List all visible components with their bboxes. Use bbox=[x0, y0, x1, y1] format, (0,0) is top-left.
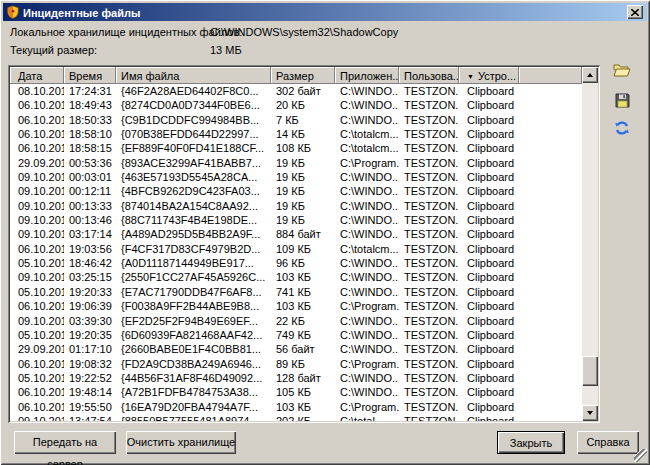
close-button[interactable] bbox=[627, 5, 643, 19]
cell-app: C:\WINDO... bbox=[335, 285, 399, 299]
cell-name: {893ACE3299AF41BABB7... bbox=[116, 156, 271, 170]
column-header-app[interactable]: Приложен... bbox=[335, 67, 399, 84]
cell-name: {EF889F40F0FD41E188CF... bbox=[116, 141, 271, 155]
cell-size: 128 байт bbox=[271, 371, 335, 385]
refresh-button[interactable] bbox=[612, 118, 632, 138]
cell-user: TESTZON... bbox=[399, 371, 459, 385]
column-header-date[interactable]: Дата bbox=[10, 67, 64, 84]
cell-time: 00:53:36 bbox=[64, 156, 116, 170]
table-row[interactable]: 29.09.201700:53:36{893ACE3299AF41BABB7..… bbox=[10, 156, 582, 170]
vertical-scrollbar[interactable] bbox=[582, 67, 598, 421]
table-row[interactable]: 06.10.201719:06:39{F0038A9FF2B44ABE9B8..… bbox=[10, 299, 582, 313]
table-row[interactable]: 06.10.201719:08:32{FD2A9CD38BA249A6946..… bbox=[10, 357, 582, 371]
cell-filler bbox=[519, 184, 582, 198]
column-header-size[interactable]: Размер bbox=[271, 67, 335, 84]
cell-name: {4BFCB9262D9C423FA03... bbox=[116, 184, 271, 198]
cell-time: 00:13:33 bbox=[64, 199, 116, 213]
open-folder-button[interactable] bbox=[612, 60, 632, 80]
table-row[interactable]: 06.10.201719:48:14{A72B1FDFB4784753A38..… bbox=[10, 385, 582, 399]
table-row[interactable]: 09.10.201700:13:46{88C711743F4B4E198DE..… bbox=[10, 213, 582, 227]
cell-app: C:\WINDO... bbox=[335, 227, 399, 241]
table-row[interactable]: 06.10.201719:55:50{16EA79D20FBA4794A7F..… bbox=[10, 400, 582, 414]
cell-name: {46F2A28AED64402F8C0... bbox=[116, 84, 271, 98]
transfer-to-server-button[interactable]: Передать на сервер bbox=[14, 431, 116, 454]
table-row[interactable]: 09.10.201713:47:54{88550B577555481A8974.… bbox=[10, 414, 582, 421]
column-header-user[interactable]: Пользова... bbox=[399, 67, 459, 84]
cell-user: TESTZON... bbox=[399, 156, 459, 170]
table-row[interactable]: 09.10.201703:39:30{EF2D25F2F94B49E69EF..… bbox=[10, 314, 582, 328]
cell-time: 18:50:33 bbox=[64, 113, 116, 127]
cell-date: 06.10.2017 bbox=[10, 357, 64, 371]
cell-size: 14 КБ bbox=[271, 127, 335, 141]
cell-time: 19:20:35 bbox=[64, 328, 116, 342]
open-folder-icon bbox=[613, 63, 631, 78]
cell-device: Clipboard bbox=[459, 400, 519, 414]
cell-filler bbox=[519, 357, 582, 371]
scroll-up-button[interactable] bbox=[582, 67, 598, 83]
clear-storage-button[interactable]: Очистить хранилище bbox=[126, 431, 236, 454]
table-row[interactable]: 06.10.201718:50:33{C9B1DCDDFC994984BB...… bbox=[10, 113, 582, 127]
scrollbar-thumb[interactable] bbox=[582, 356, 598, 386]
cell-app: C:\WINDO... bbox=[335, 342, 399, 356]
window-title: Инцидентные файлы bbox=[23, 6, 627, 19]
help-button[interactable]: Справка bbox=[577, 431, 639, 454]
cell-time: 00:12:11 bbox=[64, 184, 116, 198]
cell-app: C:\Program... bbox=[335, 156, 399, 170]
incident-files-table: ДатаВремяИмя файлаРазмерПриложен...Польз… bbox=[8, 65, 600, 423]
cell-filler bbox=[519, 414, 582, 421]
table-row[interactable]: 06.10.201718:58:10{070B38EFDD644D22997..… bbox=[10, 127, 582, 141]
cell-size: 105 КБ bbox=[271, 385, 335, 399]
cell-user: TESTZON... bbox=[399, 256, 459, 270]
table-row[interactable]: 06.10.201718:58:15{EF889F40F0FD41E188CF.… bbox=[10, 141, 582, 155]
cell-name: {16EA79D20FBA4794A7F... bbox=[116, 400, 271, 414]
cell-size: 749 КБ bbox=[271, 328, 335, 342]
save-button[interactable] bbox=[612, 90, 632, 110]
cell-app: C:\WINDO... bbox=[335, 385, 399, 399]
column-header-time[interactable]: Время bbox=[64, 67, 116, 84]
cell-time: 00:13:46 bbox=[64, 213, 116, 227]
table-row[interactable]: 09.10.201700:12:11{4BFCB9262D9C423FA03..… bbox=[10, 184, 582, 198]
column-header-filler[interactable] bbox=[519, 67, 582, 84]
table-row[interactable]: 09.10.201700:13:33{874014BA2A154C8AA92..… bbox=[10, 199, 582, 213]
table-row[interactable]: 05.10.201719:20:33{E7AC71790DDB47F6AF8..… bbox=[10, 285, 582, 299]
resize-grip[interactable] bbox=[634, 449, 647, 462]
cell-device: Clipboard bbox=[459, 270, 519, 284]
table-row[interactable]: 06.10.201719:03:56{F4CF317D83CF4979B2D..… bbox=[10, 242, 582, 256]
table-row[interactable]: 29.09.201701:17:10{2660BABE0E1F4C0BB81..… bbox=[10, 342, 582, 356]
shield-icon bbox=[6, 5, 20, 19]
cell-date: 09.10.2017 bbox=[10, 314, 64, 328]
column-header-label: Устро... bbox=[478, 70, 516, 82]
table-row[interactable]: 05.10.201719:20:35{6D60939FA821468AAF42.… bbox=[10, 328, 582, 342]
cell-date: 06.10.2017 bbox=[10, 385, 64, 399]
title-bar[interactable]: Инцидентные файлы bbox=[3, 3, 647, 21]
cell-size: 108 КБ bbox=[271, 141, 335, 155]
cell-user: TESTZON... bbox=[399, 400, 459, 414]
table-row[interactable]: 09.10.201700:03:01{463E57193D5545A28CA..… bbox=[10, 170, 582, 184]
table-row[interactable]: 09.10.201703:25:15{2550F1CC27AF45A5926C.… bbox=[10, 270, 582, 284]
cell-app: C:\Program... bbox=[335, 400, 399, 414]
cell-user: TESTZON... bbox=[399, 242, 459, 256]
cell-user: TESTZON... bbox=[399, 299, 459, 313]
cell-filler bbox=[519, 385, 582, 399]
table-row[interactable]: 06.10.201718:49:43{8274CD0A0D7344F0BE6..… bbox=[10, 98, 582, 112]
cell-app: C:\WINDO... bbox=[335, 113, 399, 127]
close-dialog-button[interactable]: Закрыть bbox=[497, 431, 565, 454]
cell-filler bbox=[519, 156, 582, 170]
cell-user: TESTZON... bbox=[399, 98, 459, 112]
cell-size: 19 КБ bbox=[271, 213, 335, 227]
table-row[interactable]: 05.10.201719:22:52{44B56F31AF8F46D49092.… bbox=[10, 371, 582, 385]
column-header-name[interactable]: Имя файла bbox=[116, 67, 271, 84]
cell-size: 89 КБ bbox=[271, 357, 335, 371]
table-row[interactable]: 09.10.201703:17:14{A489AD295D5B4BB2A9F..… bbox=[10, 227, 582, 241]
cell-user: TESTZON... bbox=[399, 314, 459, 328]
cell-date: 29.09.2017 bbox=[10, 342, 64, 356]
cell-size: 19 КБ bbox=[271, 170, 335, 184]
table-row[interactable]: 05.10.201718:46:42{A0D11187144949BE917..… bbox=[10, 256, 582, 270]
cell-size: 20 КБ bbox=[271, 98, 335, 112]
table-row[interactable]: 08.10.201717:24:31{46F2A28AED64402F8C0..… bbox=[10, 84, 582, 98]
cell-device: Clipboard bbox=[459, 141, 519, 155]
cell-date: 09.10.2017 bbox=[10, 213, 64, 227]
scroll-down-button[interactable] bbox=[582, 405, 598, 421]
cell-time: 01:17:10 bbox=[64, 342, 116, 356]
column-header-device[interactable]: ▼Устро... bbox=[459, 67, 519, 84]
